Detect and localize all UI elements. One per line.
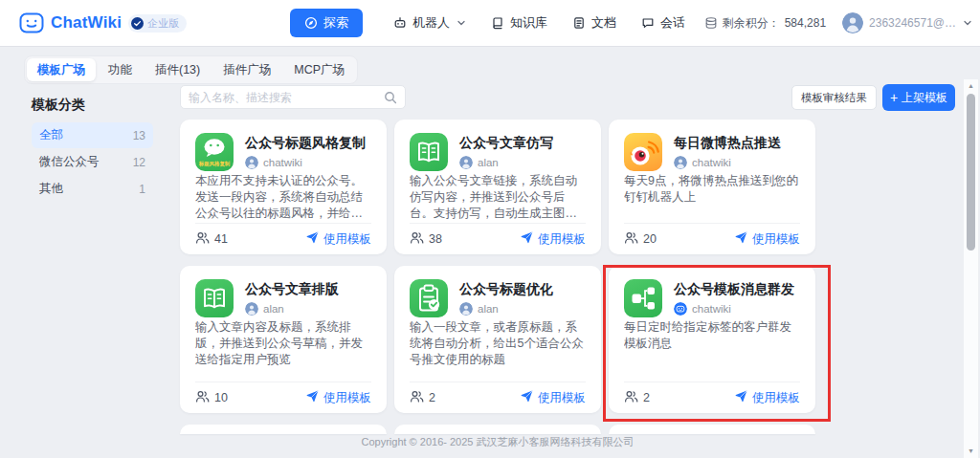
use-template-label: 使用模板: [752, 231, 800, 248]
edition-badge: 企业版: [128, 14, 187, 33]
username: 2363246571@…: [869, 16, 956, 30]
brand[interactable]: ChatWiki 企业版: [19, 0, 187, 46]
category-count: 13: [133, 129, 145, 142]
enterprise-badge-icon: [131, 17, 144, 30]
points-icon: [704, 16, 718, 30]
knowledge-icon: [491, 16, 504, 30]
partial-card-top: [180, 425, 387, 434]
use-template-label: 使用模板: [538, 390, 586, 406]
template-card-5[interactable]: 公众号模板消息群发chatwiki每日定时给指定标签的客户群发模板消息2使用模板: [609, 266, 815, 413]
template-author: chatwiki: [674, 302, 794, 316]
usage-count: 2: [410, 390, 435, 405]
nav-item-label: 机器人: [412, 14, 450, 32]
publish-template-button[interactable]: + 上架模板: [882, 84, 955, 111]
brand-name: ChatWiki: [51, 13, 122, 33]
template-author: chatwiki: [245, 156, 366, 169]
category-label: 微信公众号: [39, 154, 100, 170]
vertical-scrollbar[interactable]: ▲ ▼: [964, 79, 978, 458]
usage-count: 41: [195, 231, 228, 247]
use-template-button[interactable]: 使用模板: [306, 390, 371, 406]
svg-text:标题风格复制: 标题风格复制: [198, 161, 231, 167]
usage-count: 38: [410, 231, 442, 247]
nav-item-3[interactable]: 文档: [572, 9, 616, 37]
points-balance: 剩余积分： 584,281: [704, 15, 826, 32]
usage-count: 2: [624, 390, 650, 405]
partial-card-top: [609, 425, 815, 434]
publish-template-label: 上架模板: [902, 90, 947, 106]
tab-0[interactable]: 模板广场: [27, 58, 96, 81]
author-name: chatwiki: [692, 157, 731, 168]
use-template-label: 使用模板: [538, 231, 586, 248]
chatwiki-logo-icon: [19, 11, 44, 35]
usage-count: 10: [195, 390, 228, 405]
category-count: 12: [133, 156, 145, 169]
scrollbar-thumb[interactable]: [967, 94, 975, 251]
usage-number: 2: [429, 391, 435, 404]
template-author: alan: [245, 302, 339, 316]
use-template-button[interactable]: 使用模板: [306, 231, 371, 248]
template-card-1[interactable]: 公众号文章仿写alan输入公众号文章链接，系统自动仿写内容，并推送到公众号后台。…: [394, 120, 601, 254]
nav-item-0[interactable]: 探索: [290, 9, 363, 37]
template-card-0[interactable]: 标题风格复制公众号标题风格复制chatwiki本应用不支持未认证的公众号。发送一…: [180, 120, 387, 254]
use-template-button[interactable]: 使用模板: [735, 390, 800, 406]
card-meta: 公众号文章仿写alan: [459, 133, 553, 171]
use-template-button[interactable]: 使用模板: [521, 390, 586, 406]
tab-3[interactable]: 插件广场: [212, 58, 281, 81]
tab-1[interactable]: 功能: [98, 58, 143, 81]
template-card-2[interactable]: 每日微博热点推送chatwiki每天9点，将微博热点推送到您的钉钉机器人上20使…: [609, 120, 815, 254]
users-icon: [624, 231, 638, 247]
robot-icon: [393, 16, 407, 30]
tab-4[interactable]: MCP广场: [283, 58, 355, 81]
users-icon: [195, 390, 210, 405]
compass-icon: [304, 16, 318, 30]
template-description: 输入文章内容及标题，系统排版，并推送到公众号草稿，并发送给指定用户预览: [195, 319, 371, 368]
users-icon: [410, 390, 424, 405]
send-icon: [306, 390, 319, 405]
template-title: 公众号文章仿写: [459, 135, 553, 151]
use-template-button[interactable]: 使用模板: [735, 231, 800, 248]
card-meta: 每日微博热点推送chatwiki: [674, 133, 781, 171]
user-avatar: [245, 302, 258, 316]
search-icon[interactable]: [384, 91, 397, 104]
category-item-0[interactable]: 全部13: [32, 122, 153, 148]
send-icon: [521, 390, 533, 405]
template-card-3[interactable]: 公众号文章排版alan输入文章内容及标题，系统排版，并推送到公众号草稿，并发送给…: [180, 266, 387, 413]
nav-item-4[interactable]: 会话: [641, 9, 685, 37]
header-right: 剩余积分： 584,281 2363246571@…: [704, 0, 972, 46]
users-icon: [410, 231, 424, 247]
author-name: alan: [263, 303, 284, 315]
category-sidebar: 模板分类 全部13微信公众号12其他1: [32, 97, 153, 203]
template-description: 本应用不支持未认证的公众号。发送一段内容，系统将自动总结公众号以往的标题风格，并…: [195, 173, 371, 222]
author-name: chatwiki: [692, 303, 731, 315]
usage-number: 38: [429, 232, 442, 246]
category-item-1[interactable]: 微信公众号12: [32, 149, 153, 175]
nav-item-1[interactable]: 机器人: [393, 9, 466, 37]
template-title: 公众号标题风格复制: [245, 135, 366, 151]
template-card-4[interactable]: 公众号标题优化alan输入一段文章，或者原标题，系统将自动分析，给出5个适合公众…: [394, 266, 601, 413]
category-item-2[interactable]: 其他1: [32, 176, 153, 202]
use-template-label: 使用模板: [323, 231, 371, 248]
tab-2[interactable]: 插件(13): [145, 58, 211, 81]
review-results-button[interactable]: 模板审核结果: [791, 85, 877, 110]
user-avatar: [674, 156, 687, 169]
user-avatar: [459, 156, 473, 169]
author-name: alan: [478, 303, 499, 315]
scroll-down-arrow[interactable]: ▼: [964, 446, 978, 457]
wechat-title-icon: 标题风格复制: [195, 133, 234, 171]
send-icon: [521, 231, 533, 247]
search-input[interactable]: [189, 91, 384, 104]
nav-item-2[interactable]: 知识库: [491, 9, 547, 37]
template-description: 每天9点，将微博热点推送到您的钉钉机器人上: [624, 173, 800, 206]
scroll-up-arrow[interactable]: ▲: [964, 80, 978, 92]
card-head: 公众号标题优化alan: [410, 279, 586, 317]
category-label: 全部: [39, 127, 63, 143]
plus-icon: +: [890, 91, 898, 104]
share-nodes-icon: [624, 279, 662, 317]
points-value: 584,281: [785, 16, 826, 30]
edition-badge-label: 企业版: [147, 16, 179, 31]
card-footer: 38使用模板: [410, 223, 586, 254]
nav-item-label: 会话: [660, 14, 685, 32]
user-menu[interactable]: 2363246571@…: [842, 12, 972, 33]
use-template-button[interactable]: 使用模板: [521, 231, 586, 248]
template-description: 每日定时给指定标签的客户群发模板消息: [624, 319, 800, 352]
